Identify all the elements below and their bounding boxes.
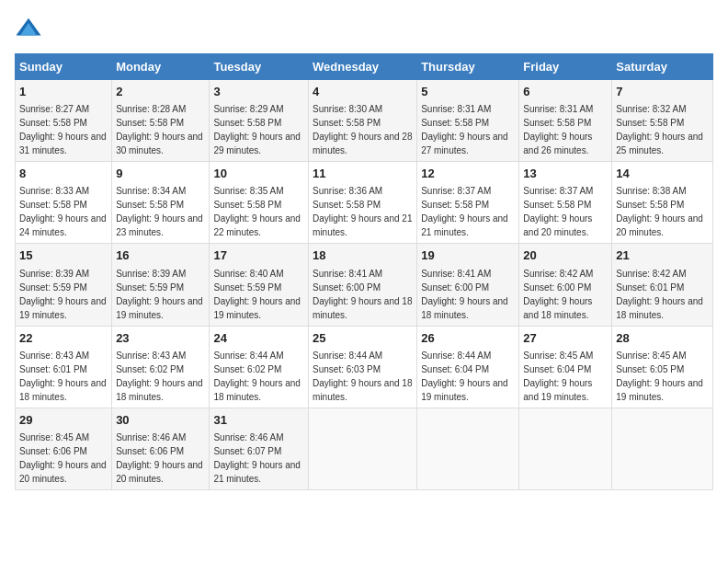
- calendar-cell: [612, 408, 713, 489]
- sunrise: Sunrise: 8:44 AM: [421, 350, 491, 361]
- day-number: 31: [213, 412, 304, 429]
- daylight: Daylight: 9 hours and 22 minutes.: [213, 213, 301, 237]
- sunset: Sunset: 6:06 PM: [19, 446, 87, 456]
- daylight: Daylight: 9 hours and 20 minutes.: [616, 213, 703, 237]
- day-number: 18: [313, 247, 413, 264]
- sunset: Sunset: 6:05 PM: [616, 364, 684, 374]
- calendar-cell: 18Sunrise: 8:41 AMSunset: 6:00 PMDayligh…: [309, 244, 417, 326]
- sunrise: Sunrise: 8:44 AM: [213, 350, 283, 361]
- calendar-cell: 9Sunrise: 8:34 AMSunset: 5:58 PMDaylight…: [112, 162, 210, 244]
- sunrise: Sunrise: 8:31 AM: [421, 104, 491, 114]
- sunset: Sunset: 5:58 PM: [523, 118, 591, 128]
- sunset: Sunset: 5:58 PM: [19, 118, 87, 128]
- day-number: 24: [213, 330, 304, 347]
- day-number: 23: [116, 330, 205, 347]
- daylight: Daylight: 9 hours and 21 minutes.: [313, 213, 412, 237]
- day-number: 21: [616, 247, 709, 264]
- sunrise: Sunrise: 8:46 AM: [213, 432, 283, 442]
- sunset: Sunset: 6:01 PM: [616, 282, 684, 293]
- daylight: Daylight: 9 hours and 30 minutes.: [116, 132, 203, 155]
- sunset: Sunset: 5:58 PM: [616, 118, 684, 128]
- sunrise: Sunrise: 8:45 AM: [19, 432, 89, 442]
- daylight: Daylight: 9 hours and 25 minutes.: [616, 132, 703, 155]
- sunrise: Sunrise: 8:39 AM: [19, 269, 89, 279]
- sunset: Sunset: 6:04 PM: [421, 364, 489, 374]
- sunrise: Sunrise: 8:33 AM: [19, 186, 89, 196]
- day-number: 15: [19, 247, 108, 264]
- day-number: 12: [421, 166, 515, 182]
- sunrise: Sunrise: 8:28 AM: [116, 104, 186, 114]
- calendar-cell: 5Sunrise: 8:31 AMSunset: 5:58 PMDaylight…: [417, 80, 519, 162]
- day-number: 28: [616, 330, 709, 347]
- sunset: Sunset: 6:04 PM: [523, 364, 591, 374]
- calendar-cell: 27Sunrise: 8:45 AMSunset: 6:04 PMDayligh…: [519, 326, 612, 408]
- logo-icon: [15, 15, 42, 42]
- day-number: 16: [116, 247, 205, 264]
- daylight: Daylight: 9 hours and 24 minutes.: [19, 213, 107, 237]
- daylight: Daylight: 9 hours and 21 minutes.: [213, 460, 301, 484]
- calendar-cell: 6Sunrise: 8:31 AMSunset: 5:58 PMDaylight…: [519, 80, 612, 162]
- day-number: 1: [19, 84, 108, 100]
- sunset: Sunset: 5:58 PM: [421, 200, 489, 210]
- sunrise: Sunrise: 8:37 AM: [421, 186, 491, 196]
- daylight: Daylight: 9 hours and 20 minutes.: [116, 460, 203, 484]
- daylight: Daylight: 9 hours and 29 minutes.: [213, 132, 301, 155]
- calendar-cell: 24Sunrise: 8:44 AMSunset: 6:02 PMDayligh…: [210, 326, 309, 408]
- day-number: 10: [213, 166, 304, 182]
- calendar-cell: [519, 408, 612, 489]
- sunset: Sunset: 5:59 PM: [213, 282, 281, 293]
- sunset: Sunset: 5:58 PM: [213, 118, 281, 128]
- calendar-header-row: SundayMondayTuesdayWednesdayThursdayFrid…: [16, 54, 713, 80]
- daylight: Daylight: 9 hours and 20 minutes.: [523, 213, 592, 237]
- calendar-cell: 12Sunrise: 8:37 AMSunset: 5:58 PMDayligh…: [417, 162, 519, 244]
- calendar-cell: 1Sunrise: 8:27 AMSunset: 5:58 PMDaylight…: [16, 80, 112, 162]
- sunset: Sunset: 5:58 PM: [313, 200, 381, 210]
- day-number: 20: [523, 247, 608, 264]
- daylight: Daylight: 9 hours and 19 minutes.: [116, 296, 203, 320]
- calendar-cell: 30Sunrise: 8:46 AMSunset: 6:06 PMDayligh…: [112, 408, 210, 489]
- sunset: Sunset: 6:02 PM: [213, 364, 281, 374]
- calendar-cell: 16Sunrise: 8:39 AMSunset: 5:59 PMDayligh…: [112, 244, 210, 326]
- weekday-header-tuesday: Tuesday: [210, 54, 309, 80]
- day-number: 13: [523, 166, 608, 182]
- day-number: 5: [421, 84, 515, 100]
- calendar-cell: 25Sunrise: 8:44 AMSunset: 6:03 PMDayligh…: [309, 326, 417, 408]
- sunrise: Sunrise: 8:41 AM: [421, 269, 491, 279]
- daylight: Daylight: 9 hours and 18 minutes.: [421, 296, 508, 320]
- daylight: Daylight: 9 hours and 18 minutes.: [313, 296, 412, 320]
- sunset: Sunset: 5:58 PM: [213, 200, 281, 210]
- sunset: Sunset: 5:59 PM: [19, 282, 87, 293]
- day-number: 17: [213, 247, 304, 264]
- day-number: 29: [19, 412, 108, 429]
- weekday-header-wednesday: Wednesday: [309, 54, 417, 80]
- calendar-cell: 22Sunrise: 8:43 AMSunset: 6:01 PMDayligh…: [16, 326, 112, 408]
- sunrise: Sunrise: 8:37 AM: [523, 186, 593, 196]
- sunset: Sunset: 5:58 PM: [116, 200, 184, 210]
- daylight: Daylight: 9 hours and 19 minutes.: [616, 378, 703, 402]
- sunset: Sunset: 6:01 PM: [19, 364, 87, 374]
- day-number: 8: [19, 166, 108, 182]
- sunrise: Sunrise: 8:41 AM: [313, 269, 382, 279]
- daylight: Daylight: 9 hours and 19 minutes.: [213, 296, 301, 320]
- sunset: Sunset: 5:58 PM: [19, 200, 87, 210]
- sunrise: Sunrise: 8:36 AM: [313, 186, 382, 196]
- sunrise: Sunrise: 8:42 AM: [523, 269, 593, 279]
- sunrise: Sunrise: 8:27 AM: [19, 104, 89, 114]
- sunrise: Sunrise: 8:46 AM: [116, 432, 186, 442]
- sunrise: Sunrise: 8:34 AM: [116, 186, 186, 196]
- sunrise: Sunrise: 8:30 AM: [313, 104, 382, 114]
- daylight: Daylight: 9 hours and 18 minutes.: [523, 296, 592, 320]
- day-number: 3: [213, 84, 304, 100]
- calendar-cell: 31Sunrise: 8:46 AMSunset: 6:07 PMDayligh…: [210, 408, 309, 489]
- logo: [15, 15, 46, 42]
- daylight: Daylight: 9 hours and 18 minutes.: [213, 378, 301, 402]
- sunrise: Sunrise: 8:40 AM: [213, 269, 283, 279]
- sunset: Sunset: 5:59 PM: [116, 282, 184, 293]
- daylight: Daylight: 9 hours and 21 minutes.: [421, 213, 508, 237]
- sunset: Sunset: 5:58 PM: [313, 118, 381, 128]
- daylight: Daylight: 9 hours and 26 minutes.: [523, 132, 592, 155]
- sunset: Sunset: 5:58 PM: [421, 118, 489, 128]
- calendar-cell: 15Sunrise: 8:39 AMSunset: 5:59 PMDayligh…: [16, 244, 112, 326]
- page-header: [15, 15, 713, 42]
- sunset: Sunset: 5:58 PM: [523, 200, 591, 210]
